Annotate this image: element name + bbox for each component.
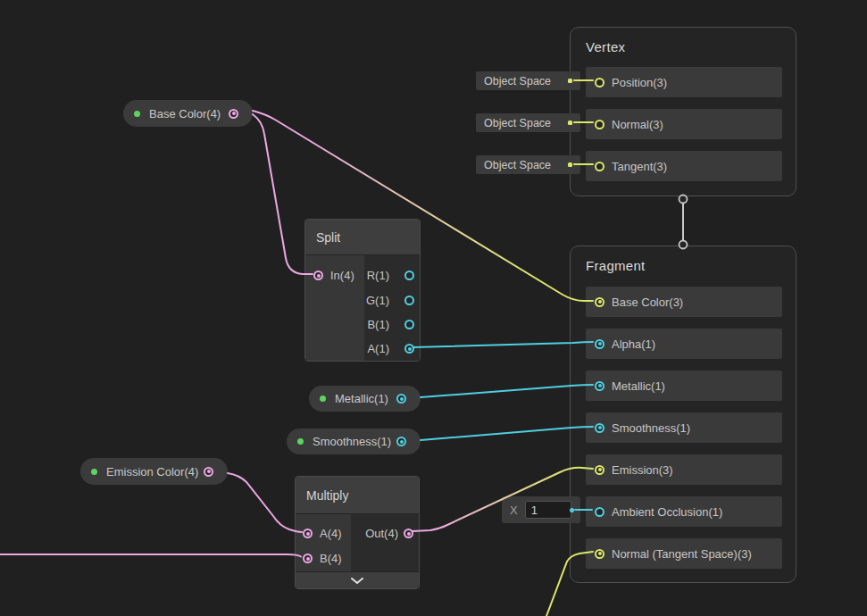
ambient-occlusion-default-input: X	[502, 496, 580, 523]
property-pill-base-color[interactable]: Base Color(4)	[123, 100, 253, 127]
emission-color-property-label: Emission Color(4)	[106, 465, 198, 479]
fragment-metallic-port[interactable]	[595, 381, 604, 391]
property-dot-icon	[91, 469, 97, 475]
base-color-property-port[interactable]	[229, 109, 238, 119]
fragment-emission-label: Emission(3)	[612, 463, 673, 477]
multiply-a-port[interactable]	[303, 529, 313, 538]
fragment-metallic-label: Metallic(1)	[612, 379, 665, 393]
fragment-base-color-slot: Base Color(3)	[586, 287, 782, 317]
split-in-label: In(4)	[330, 269, 354, 282]
property-pill-emission-color[interactable]: Emission Color(4)	[80, 458, 228, 485]
vertex-position-label: Position(3)	[612, 76, 667, 89]
split-r-port[interactable]	[404, 271, 414, 280]
object-space-label: Object Space	[484, 117, 551, 129]
multiply-b-label: B(4)	[320, 552, 342, 565]
multiply-a-label: A(4)	[320, 527, 342, 540]
fragment-smoothness-label: Smoothness(1)	[612, 421, 690, 435]
metallic-property-port[interactable]	[396, 394, 406, 404]
vertex-position-slot: Position(3)	[586, 67, 782, 97]
split-a-port[interactable]	[404, 344, 414, 354]
fragment-alpha-port[interactable]	[595, 339, 604, 349]
vertex-position-port[interactable]	[595, 78, 604, 87]
edge-splita-to-alpha[interactable]	[413, 342, 593, 347]
fragment-base-color-label: Base Color(3)	[612, 296, 683, 309]
fragment-emission-port[interactable]	[595, 465, 604, 475]
multiply-out-port[interactable]	[404, 529, 413, 538]
vertex-normal-port[interactable]	[595, 120, 604, 129]
fragment-normal-slot: Normal (Tangent Space)(3)	[586, 538, 782, 569]
edge-smoothness-to-fragment[interactable]	[421, 427, 593, 440]
vertex-node-title: Vertex	[571, 28, 796, 54]
chevron-down-icon[interactable]	[351, 578, 363, 584]
port-dot-icon	[570, 508, 574, 512]
fragment-smoothness-slot: Smoothness(1)	[586, 412, 782, 443]
object-space-dropdown-tangent[interactable]: Object Space	[476, 155, 580, 174]
split-node-title: Split	[316, 230, 340, 245]
space-dot-icon	[568, 121, 572, 125]
space-dot-icon	[568, 79, 572, 83]
metallic-property-label: Metallic(1)	[335, 392, 388, 405]
split-a-label: A(1)	[367, 342, 389, 355]
edge-offscreen-to-multiply-b[interactable]	[0, 554, 301, 557]
ambient-occlusion-value-field[interactable]	[525, 501, 571, 519]
base-color-property-label: Base Color(4)	[149, 107, 221, 121]
split-b-port[interactable]	[404, 320, 414, 329]
vertex-node[interactable]: Vertex Position(3) Normal(3) Tangent(3)	[570, 27, 796, 196]
fragment-normal-port[interactable]	[595, 549, 604, 559]
fragment-ambient-occlusion-port[interactable]	[595, 507, 604, 517]
multiply-node-title: Multiply	[306, 488, 348, 503]
property-dot-icon	[297, 438, 304, 445]
smoothness-property-port[interactable]	[396, 437, 406, 446]
multiply-node[interactable]: Multiply A(4) B(4) Out(4)	[295, 476, 420, 589]
emission-color-property-port[interactable]	[204, 467, 213, 477]
split-g-label: G(1)	[366, 294, 389, 307]
edge-metallic-to-fragment[interactable]	[421, 385, 593, 397]
property-dot-icon	[134, 111, 140, 117]
fragment-alpha-slot: Alpha(1)	[586, 329, 782, 359]
shader-graph-canvas[interactable]: { "nodes": { "vertex": { "title": "Verte…	[0, 0, 867, 616]
split-node[interactable]: Split In(4) R(1) G(1) B(1) A(1)	[304, 219, 421, 362]
fragment-normal-label: Normal (Tangent Space)(3)	[612, 547, 752, 561]
split-r-label: R(1)	[367, 269, 389, 282]
multiply-collapse-bar[interactable]	[296, 571, 419, 588]
fragment-ambient-occlusion-slot: Ambient Occlusion(1)	[586, 496, 782, 527]
fragment-metallic-slot: Metallic(1)	[586, 370, 782, 401]
property-pill-metallic[interactable]: Metallic(1)	[309, 386, 421, 412]
object-space-dropdown-position[interactable]: Object Space	[476, 71, 580, 90]
smoothness-property-label: Smoothness(1)	[313, 435, 391, 448]
space-dot-icon	[568, 162, 572, 167]
edge-emissioncolor-to-multiply-a[interactable]	[228, 473, 302, 532]
fragment-ambient-occlusion-label: Ambient Occlusion(1)	[612, 505, 722, 519]
vertex-tangent-port[interactable]	[595, 162, 604, 171]
vertex-tangent-slot: Tangent(3)	[586, 151, 782, 181]
multiply-out-label: Out(4)	[365, 527, 398, 540]
fragment-node[interactable]: Fragment Base Color(3) Alpha(1) Metallic…	[570, 246, 796, 583]
fragment-smoothness-port[interactable]	[595, 423, 604, 433]
fragment-node-title: Fragment	[571, 246, 796, 273]
split-b-label: B(1)	[367, 318, 389, 331]
vertex-normal-slot: Normal(3)	[586, 109, 782, 139]
vertex-tangent-label: Tangent(3)	[612, 160, 667, 173]
split-g-port[interactable]	[404, 296, 414, 305]
multiply-b-port[interactable]	[303, 554, 313, 563]
fragment-emission-slot: Emission(3)	[586, 454, 782, 485]
object-space-dropdown-normal[interactable]: Object Space	[476, 113, 580, 132]
fragment-alpha-label: Alpha(1)	[612, 337, 655, 351]
x-component-label: X	[510, 504, 518, 517]
property-dot-icon	[320, 395, 326, 402]
object-space-label: Object Space	[484, 159, 551, 171]
fragment-base-color-port[interactable]	[595, 297, 604, 307]
vertex-normal-label: Normal(3)	[612, 118, 663, 131]
edge-basecolor-to-split[interactable]	[253, 114, 313, 274]
property-pill-smoothness[interactable]: Smoothness(1)	[287, 429, 421, 454]
object-space-label: Object Space	[484, 75, 551, 87]
split-in-port[interactable]	[313, 271, 323, 280]
